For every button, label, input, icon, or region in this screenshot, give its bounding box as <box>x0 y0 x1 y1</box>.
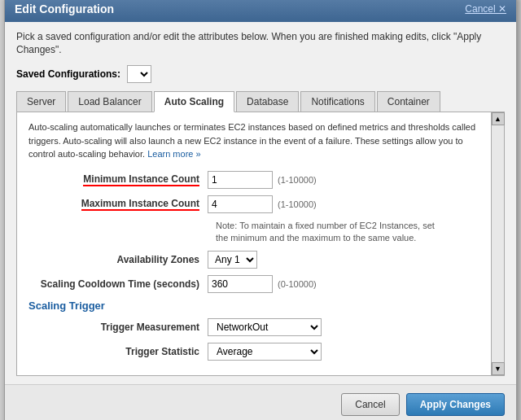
availability-zones-row: Availability Zones Any 1 Any 2 Any 3 <box>28 251 483 269</box>
trigger-measurement-label: Trigger Measurement <box>28 322 208 333</box>
max-instance-hint: (1-10000) <box>278 199 317 209</box>
saved-configs-row: Saved Configurations: <box>16 65 505 83</box>
scroll-up-button[interactable]: ▲ <box>492 112 505 125</box>
tab-load-balancer[interactable]: Load Balancer <box>68 91 151 112</box>
min-instance-input[interactable] <box>208 171 273 189</box>
max-instance-input[interactable] <box>208 195 273 213</box>
availability-zones-select[interactable]: Any 1 Any 2 Any 3 <box>208 251 257 269</box>
cooldown-label: Scaling Cooldown Time (seconds) <box>28 278 208 290</box>
saved-configs-label: Saved Configurations: <box>16 68 120 80</box>
scroll-down-button[interactable]: ▼ <box>492 362 505 375</box>
min-instance-row: Minimum Instance Count (1-10000) <box>28 171 483 189</box>
edit-configuration-dialog: Edit Configuration Cancel ✕ Pick a saved… <box>4 0 517 420</box>
min-instance-hint: (1-10000) <box>278 175 317 185</box>
tab-notifications[interactable]: Notifications <box>300 91 374 112</box>
header-cancel-button[interactable]: Cancel ✕ <box>465 3 506 15</box>
trigger-statistic-select[interactable]: Average Sum Maximum Minimum <box>208 343 322 361</box>
cooldown-row: Scaling Cooldown Time (seconds) (0-10000… <box>28 275 483 293</box>
max-instance-row: Maximum Instance Count (1-10000) <box>28 195 483 213</box>
apply-changes-button[interactable]: Apply Changes <box>406 393 505 416</box>
tab-content-area: ▲ ▼ Auto-scaling automatically launches … <box>16 112 505 376</box>
dialog-title: Edit Configuration <box>15 2 114 15</box>
scaling-trigger-title: Scaling Trigger <box>28 300 483 312</box>
cancel-button[interactable]: Cancel <box>341 393 399 416</box>
tab-auto-scaling[interactable]: Auto Scaling <box>154 91 234 112</box>
learn-more-link[interactable]: Learn more » <box>147 149 200 159</box>
min-instance-label: Minimum Instance Count <box>28 173 208 186</box>
max-instance-label: Maximum Instance Count <box>28 198 208 211</box>
trigger-statistic-row: Trigger Statistic Average Sum Maximum Mi… <box>28 343 483 361</box>
fixed-instances-note: Note: To maintain a fixed number of EC2 … <box>216 220 444 245</box>
tab-container[interactable]: Container <box>377 91 440 112</box>
trigger-measurement-row: Trigger Measurement NetworkOut NetworkIn… <box>28 318 483 336</box>
tab-server[interactable]: Server <box>16 91 66 112</box>
tab-database[interactable]: Database <box>236 91 299 112</box>
trigger-measurement-select[interactable]: NetworkOut NetworkIn CPUUtilization <box>208 318 322 336</box>
scroll-track <box>492 125 504 362</box>
scrollbar[interactable]: ▲ ▼ <box>491 112 504 375</box>
availability-zones-label: Availability Zones <box>28 254 208 265</box>
saved-configs-select[interactable] <box>127 65 151 83</box>
description-text: Pick a saved configuration and/or edit t… <box>16 30 505 58</box>
tab-bar: Server Load Balancer Auto Scaling Databa… <box>16 91 505 112</box>
cooldown-input[interactable] <box>208 275 273 293</box>
dialog-body: Pick a saved configuration and/or edit t… <box>5 22 516 385</box>
cooldown-hint: (0-10000) <box>278 279 317 289</box>
autoscaling-info-text: Auto-scaling automatically launches or t… <box>28 120 483 161</box>
dialog-footer: Cancel Apply Changes <box>5 384 516 420</box>
dialog-header: Edit Configuration Cancel ✕ <box>5 0 516 22</box>
trigger-statistic-label: Trigger Statistic <box>28 346 208 357</box>
